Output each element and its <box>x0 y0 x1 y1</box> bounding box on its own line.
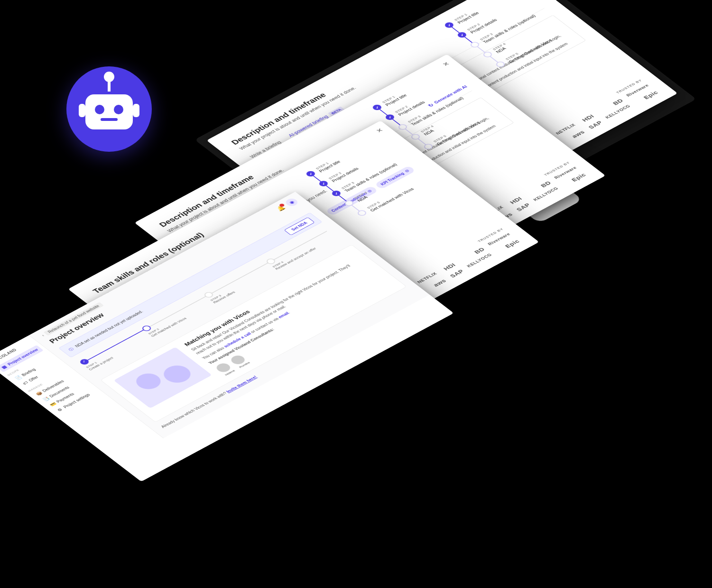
documents-icon: 📑 <box>42 396 50 402</box>
trusted-logo: KELLYOCG <box>466 253 494 269</box>
consultant-avatar: Romika <box>229 354 251 368</box>
invite-link[interactable]: Invite them here! <box>225 375 258 393</box>
trusted-logo: SAP <box>587 119 604 130</box>
trusted-logo: aws <box>432 278 448 288</box>
matching-illustration <box>113 347 212 408</box>
trusted-logo: KELLYOCG <box>604 104 633 120</box>
trusted-logo: BD <box>472 246 486 255</box>
trusted-logo: NETFLIX <box>416 272 440 285</box>
trusted-logo: HDI <box>442 262 457 272</box>
trusted-logo: aws <box>570 129 586 139</box>
trusted-logo: SAP <box>515 202 532 212</box>
set-nda-button[interactable]: Set NDA <box>284 217 314 236</box>
trusted-logo: BD <box>539 180 552 188</box>
settings-icon: ⚙ <box>56 407 65 413</box>
trusted-logo: BD <box>611 98 624 106</box>
trusted-logo: Epic <box>503 239 521 249</box>
close-icon[interactable]: ✕ <box>441 61 451 68</box>
offer-icon: 🏷 <box>21 381 29 386</box>
close-icon[interactable]: ✕ <box>374 127 385 134</box>
trusted-logo: HDI <box>509 196 524 205</box>
deliverables-icon: 📦 <box>35 391 43 396</box>
consultant-avatar: Hélène <box>214 362 236 377</box>
trusted-logo: SAP <box>448 268 465 279</box>
trusted-by-logos: TRUSTED BY NETFLIXHDIBDRiverwareawsSAPKE… <box>549 79 659 143</box>
overview-icon: ▦ <box>0 365 8 370</box>
back-icon[interactable]: ‹ <box>41 334 46 337</box>
trusted-logo: Epic <box>570 172 587 183</box>
trusted-logo: HDI <box>581 113 596 123</box>
trusted-logo: KELLYOCG <box>532 186 561 203</box>
payments-icon: 💳 <box>49 402 57 407</box>
briefing-icon: 📄 <box>14 375 22 380</box>
ai-robot-badge <box>66 66 152 152</box>
sidebar: VICOLAND ▦Project overview SCOPE 📄Briefi… <box>0 335 164 463</box>
trusted-logo: Epic <box>642 90 659 100</box>
